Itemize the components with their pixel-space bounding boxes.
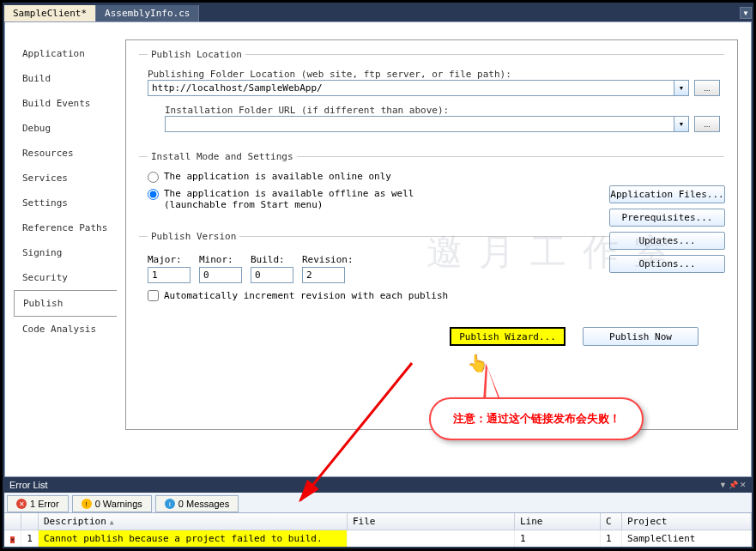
- side-tab-signing[interactable]: Signing: [14, 240, 117, 265]
- warnings-tab[interactable]: !0 Warnings: [72, 495, 152, 512]
- error-icon: ✕: [16, 499, 27, 509]
- side-tab-debug[interactable]: Debug: [14, 116, 117, 141]
- col-c-header[interactable]: C: [601, 513, 622, 530]
- publish-action-row: Publish Wizard... Publish Now: [139, 327, 724, 346]
- auto-increment-label: Automatically increment revision with ea…: [164, 290, 448, 301]
- online-only-radio[interactable]: [148, 172, 159, 183]
- side-tab-reference-paths[interactable]: Reference Paths: [14, 215, 117, 240]
- col-icon-header[interactable]: [4, 513, 21, 530]
- side-tab-security[interactable]: Security: [14, 265, 117, 290]
- settings-button-column: Application Files... Prerequisites... Up…: [609, 185, 725, 273]
- row-description: Cannot publish because a project failed …: [39, 530, 348, 547]
- error-list-title: Error List: [9, 480, 48, 490]
- sort-ascending-icon: ▲: [110, 518, 114, 526]
- options-button[interactable]: Options...: [609, 255, 725, 273]
- error-grid: Description▲ File Line C Project ✕ 1 Can…: [4, 513, 752, 547]
- build-input[interactable]: [251, 267, 293, 283]
- publish-panel: Publish Location Publishing Folder Locat…: [125, 39, 738, 430]
- tab-overflow-button[interactable]: ▼: [740, 7, 752, 19]
- col-line-header[interactable]: Line: [515, 513, 601, 530]
- publishing-folder-browse[interactable]: ...: [694, 80, 720, 96]
- main-properties-area: Application Build Build Events Debug Res…: [4, 21, 752, 477]
- offline-radio[interactable]: [148, 189, 159, 200]
- error-list-panel: Error List ▼ 📌 ✕ ✕1 Error !0 Warnings i0…: [4, 477, 752, 547]
- install-mode-legend: Install Mode and Settings: [148, 151, 297, 162]
- row-line: 1: [515, 530, 601, 547]
- publishing-folder-input[interactable]: [148, 80, 674, 96]
- side-tab-services[interactable]: Services: [14, 166, 117, 191]
- publish-version-legend: Publish Version: [148, 231, 239, 242]
- col-project-header[interactable]: Project: [622, 513, 752, 530]
- install-folder-browse[interactable]: ...: [694, 116, 720, 132]
- build-label: Build:: [251, 254, 293, 265]
- auto-increment-checkbox[interactable]: [148, 290, 159, 301]
- side-tab-application[interactable]: Application: [14, 41, 117, 66]
- document-tabbar: SampleClient* AssemblyInfo.cs ▼: [4, 4, 752, 21]
- row-project: SampleClient: [622, 530, 752, 547]
- errors-count-label: 1 Error: [30, 499, 59, 509]
- row-c: 1: [601, 530, 622, 547]
- col-file-header[interactable]: File: [348, 513, 515, 530]
- updates-button[interactable]: Updates...: [609, 232, 725, 250]
- install-folder-input[interactable]: [165, 116, 674, 132]
- row-error-icon: ✕: [4, 530, 21, 547]
- publish-location-group: Publish Location Publishing Folder Locat…: [139, 49, 724, 146]
- warnings-count-label: 0 Warnings: [95, 499, 142, 509]
- minor-input[interactable]: [199, 267, 242, 283]
- messages-tab[interactable]: i0 Messages: [155, 495, 239, 512]
- side-tab-settings[interactable]: Settings: [14, 191, 117, 215]
- major-label: Major:: [148, 254, 191, 265]
- application-files-button[interactable]: Application Files...: [609, 185, 725, 203]
- side-tab-build[interactable]: Build: [14, 66, 117, 91]
- side-tab-resources[interactable]: Resources: [14, 141, 117, 166]
- install-folder-label: Installation Folder URL (if different th…: [165, 105, 720, 116]
- minor-label: Minor:: [199, 254, 242, 265]
- revision-input[interactable]: [302, 267, 345, 283]
- property-page-tabs: Application Build Build Events Debug Res…: [14, 41, 117, 342]
- info-icon: i: [165, 499, 175, 509]
- side-tab-code-analysis[interactable]: Code Analysis: [14, 317, 117, 342]
- side-tab-build-events[interactable]: Build Events: [14, 91, 117, 116]
- publish-location-legend: Publish Location: [148, 49, 245, 60]
- error-list-title-bar: Error List ▼ 📌 ✕: [4, 477, 752, 493]
- publish-now-button[interactable]: Publish Now: [583, 327, 699, 346]
- col-num-header[interactable]: [21, 513, 39, 530]
- row-file: [348, 530, 515, 547]
- install-folder-dropdown[interactable]: ▼: [674, 116, 689, 132]
- tab-sampleclient[interactable]: SampleClient*: [4, 5, 96, 21]
- panel-menu-icon[interactable]: ▼: [719, 481, 727, 489]
- revision-label: Revision:: [302, 254, 354, 265]
- col-description-header[interactable]: Description▲: [39, 513, 348, 530]
- row-num: 1: [21, 530, 39, 547]
- online-only-label: The application is available online only: [164, 171, 391, 182]
- error-filter-tabs: ✕1 Error !0 Warnings i0 Messages: [4, 493, 752, 513]
- panel-pin-icon[interactable]: 📌: [729, 481, 738, 489]
- panel-controls: ▼ 📌 ✕: [719, 481, 747, 489]
- publishing-folder-dropdown[interactable]: ▼: [674, 80, 689, 96]
- tab-assemblyinfo[interactable]: AssemblyInfo.cs: [96, 5, 199, 21]
- warning-icon: !: [82, 499, 92, 509]
- publishing-folder-label: Publishing Folder Location (web site, ft…: [148, 69, 720, 80]
- offline-label: The application is available offline as …: [164, 188, 464, 210]
- side-tab-publish[interactable]: Publish: [14, 290, 117, 317]
- panel-close-icon[interactable]: ✕: [740, 481, 747, 489]
- errors-tab[interactable]: ✕1 Error: [7, 495, 69, 512]
- major-input[interactable]: [148, 267, 191, 283]
- prerequisites-button[interactable]: Prerequisites...: [609, 209, 725, 227]
- error-grid-header: Description▲ File Line C Project: [4, 513, 752, 530]
- messages-count-label: 0 Messages: [178, 499, 229, 509]
- error-row[interactable]: ✕ 1 Cannot publish because a project fai…: [4, 530, 752, 547]
- publish-wizard-button[interactable]: Publish Wizard...: [450, 327, 565, 346]
